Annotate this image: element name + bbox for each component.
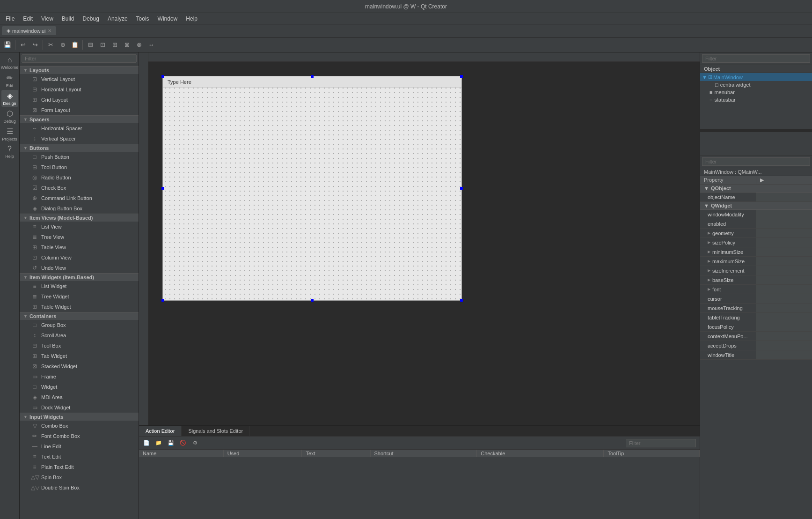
prop-name-sizeincrement[interactable]: sizeIncrement	[700, 266, 756, 275]
sidebar-item-debug[interactable]: ⬡ Debug	[1, 108, 18, 125]
widget-item-tab-widget[interactable]: ⊞Tab Widget	[20, 351, 139, 361]
canvas-scroll[interactable]: Type Here	[148, 52, 700, 425]
menu-edit[interactable]: Edit	[19, 15, 37, 23]
prop-name-basesize[interactable]: baseSize	[700, 275, 756, 284]
widget-item-group-box[interactable]: □Group Box	[20, 320, 139, 330]
prop-value-mousetracking[interactable]	[756, 304, 812, 312]
toolbar-cut[interactable]: ✂	[45, 39, 56, 51]
widget-item-column-view[interactable]: ⊡Column View	[20, 252, 139, 263]
tab-action-editor[interactable]: Action Editor	[139, 426, 182, 436]
widget-item-tree-widget[interactable]: ≣Tree Widget	[20, 291, 139, 302]
canvas-menu-placeholder[interactable]: Type Here	[165, 78, 194, 86]
prop-value-maximumsize[interactable]	[756, 257, 812, 266]
menu-view[interactable]: View	[37, 15, 57, 23]
sidebar-item-help[interactable]: ? Help	[1, 143, 18, 160]
widget-item-spin-box[interactable]: △▽Spin Box	[20, 472, 139, 482]
widget-category-item-views-(model-based)[interactable]: ▼Item Views (Model-Based)	[20, 214, 139, 222]
widget-category-containers[interactable]: ▼Containers	[20, 312, 139, 320]
widget-item-command-link-button[interactable]: ⊕Command Link Button	[20, 193, 139, 203]
widget-item-dock-widget[interactable]: ▭Dock Widget	[20, 402, 139, 413]
widget-category-input-widgets[interactable]: ▼Input Widgets	[20, 413, 139, 421]
toolbar-adjust-size[interactable]: ↔	[146, 39, 157, 51]
handle-tr[interactable]	[460, 75, 463, 78]
obj-child-centralwidget[interactable]: □ centralwidget	[700, 81, 812, 89]
tab-mainwindow[interactable]: ◈ mainwindow.ui ✕	[2, 26, 56, 35]
widget-item-line-edit[interactable]: —Line Edit	[20, 441, 139, 452]
prop-value-contextmenupo[interactable]	[756, 332, 812, 341]
menu-analyze[interactable]: Analyze	[104, 15, 132, 23]
action-folder[interactable]: 📁	[153, 437, 164, 449]
toolbar-paste[interactable]: 📋	[69, 39, 80, 51]
handle-tm[interactable]	[311, 75, 314, 78]
prop-value-enabled[interactable]	[756, 219, 812, 228]
prop-cat-qobject[interactable]: ▼ QObject	[700, 185, 812, 193]
widget-item-widget[interactable]: □Widget	[20, 382, 139, 392]
widget-search-input[interactable]	[22, 54, 137, 63]
tab-signals-slots[interactable]: Signals and Slots Editor	[182, 426, 250, 436]
widget-item-form-layout[interactable]: ⊠Form Layout	[20, 105, 139, 115]
prop-value-basesize[interactable]	[756, 275, 812, 284]
prop-name-geometry[interactable]: geometry	[700, 229, 756, 237]
prop-value-windowmodality[interactable]	[756, 210, 812, 219]
prop-value-font[interactable]	[756, 285, 812, 294]
prop-value-objectname[interactable]	[756, 193, 812, 201]
sidebar-item-projects[interactable]: ☰ Projects	[1, 126, 18, 142]
action-save[interactable]: 💾	[165, 437, 176, 449]
widget-item-combo-box[interactable]: ▽Combo Box	[20, 421, 139, 431]
widget-item-scroll-area[interactable]: ↕Scroll Area	[20, 330, 139, 341]
toolbar-copy[interactable]: ⊕	[57, 39, 68, 51]
widget-item-table-view[interactable]: ⊞Table View	[20, 242, 139, 252]
handle-mr[interactable]	[460, 187, 463, 190]
widget-item-dialog-button-box[interactable]: ◈Dialog Button Box	[20, 203, 139, 214]
object-filter-input[interactable]	[702, 54, 810, 63]
menu-build[interactable]: Build	[58, 15, 78, 23]
obj-child-statusbar[interactable]: ≡ statusbar	[700, 96, 812, 104]
handle-bm[interactable]	[311, 299, 314, 302]
handle-br[interactable]	[460, 299, 463, 302]
prop-name-font[interactable]: font	[700, 285, 756, 294]
prop-value-sizeincrement[interactable]	[756, 266, 812, 275]
toolbar-layout-grid[interactable]: ⊞	[109, 39, 120, 51]
widget-item-radio-button[interactable]: ◎Radio Button	[20, 172, 139, 183]
menu-file[interactable]: File	[2, 15, 18, 23]
obj-child-menubar[interactable]: ≡ menubar	[700, 89, 812, 96]
widget-category-spacers[interactable]: ▼Spacers	[20, 115, 139, 123]
action-new[interactable]: 📄	[141, 437, 152, 449]
widget-item-grid-layout[interactable]: ⊞Grid Layout	[20, 95, 139, 105]
widget-item-check-box[interactable]: ☑Check Box	[20, 183, 139, 193]
widget-item-push-button[interactable]: □Push Button	[20, 152, 139, 162]
widget-item-horizontal-layout[interactable]: ⊟Horizontal Layout	[20, 84, 139, 95]
widget-item-undo-view[interactable]: ↺Undo View	[20, 263, 139, 273]
action-delete[interactable]: 🚫	[177, 437, 189, 449]
prop-name-maximumsize[interactable]: maximumSize	[700, 257, 756, 266]
widget-item-text-edit[interactable]: ≡Text Edit	[20, 452, 139, 462]
sidebar-item-edit[interactable]: ✏ Edit	[1, 72, 18, 89]
menu-tools[interactable]: Tools	[132, 15, 153, 23]
resize-handle[interactable]	[700, 129, 812, 132]
action-filter-input[interactable]	[626, 439, 696, 447]
widget-item-list-widget[interactable]: ≡List Widget	[20, 281, 139, 291]
widget-item-stacked-widget[interactable]: ⊠Stacked Widget	[20, 361, 139, 371]
toolbar-redo[interactable]: ↪	[29, 39, 41, 51]
prop-value-geometry[interactable]	[756, 229, 812, 237]
widget-category-item-widgets-(item-based)[interactable]: ▼Item Widgets (Item-Based)	[20, 273, 139, 281]
design-canvas[interactable]: Type Here	[162, 76, 462, 301]
toolbar-save[interactable]: 💾	[2, 39, 13, 51]
sidebar-item-design[interactable]: ◈ Design	[1, 90, 18, 107]
obj-root-mainwindow[interactable]: ▼ ⊞ MainWindow	[700, 73, 812, 81]
widget-item-tool-box[interactable]: ⊟Tool Box	[20, 341, 139, 351]
widget-item-tree-view[interactable]: ≣Tree View	[20, 232, 139, 242]
widget-category-layouts[interactable]: ▼Layouts	[20, 66, 139, 74]
widget-item-list-view[interactable]: ≡List View	[20, 222, 139, 232]
widget-item-horizontal-spacer[interactable]: ↔Horizontal Spacer	[20, 123, 139, 133]
widget-item-font-combo-box[interactable]: ✏Font Combo Box	[20, 431, 139, 441]
prop-value-sizepolicy[interactable]	[756, 238, 812, 247]
canvas-menu-bar[interactable]: Type Here	[163, 76, 461, 88]
widget-item-table-widget[interactable]: ⊞Table Widget	[20, 302, 139, 312]
toolbar-layout-v[interactable]: ⊡	[97, 39, 108, 51]
widget-item-frame[interactable]: ▭Frame	[20, 371, 139, 382]
widget-item-mdi-area[interactable]: ◈MDI Area	[20, 392, 139, 402]
handle-tl[interactable]	[161, 75, 164, 78]
toolbar-layout-h[interactable]: ⊟	[85, 39, 96, 51]
toolbar-break-layout[interactable]: ⊗	[133, 39, 145, 51]
